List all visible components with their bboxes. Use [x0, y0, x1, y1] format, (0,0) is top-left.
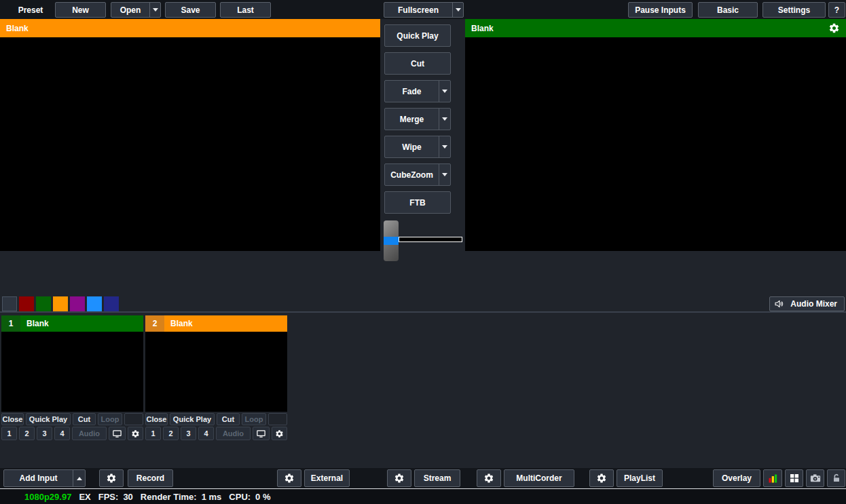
- audio-label: Audio: [223, 429, 244, 438]
- cut-label: Cut: [222, 415, 234, 423]
- input-1-fullscreen-output-button[interactable]: [109, 427, 126, 440]
- input-1-overlay-4-button[interactable]: 4: [54, 427, 70, 440]
- input-2-quickplay-button[interactable]: Quick Play: [170, 413, 215, 425]
- quick-play-label: Quick Play: [29, 415, 67, 423]
- cubezoom-dropdown-arrow[interactable]: [439, 164, 450, 185]
- input-1-overlay-3-button[interactable]: 3: [37, 427, 52, 440]
- input-2-overlay-1-button[interactable]: 1: [145, 427, 161, 440]
- input-1-header[interactable]: 1 Blank: [1, 315, 143, 332]
- transition-fade-label: Fade: [385, 81, 439, 102]
- quick-play-button[interactable]: Quick Play: [384, 24, 451, 47]
- fade-dropdown-arrow[interactable]: [439, 81, 450, 102]
- multicorder-settings-button[interactable]: [477, 469, 501, 487]
- last-preset-label: Last: [237, 5, 254, 15]
- tbar-position-stripe: [384, 237, 399, 245]
- performance-stats-button[interactable]: [763, 469, 782, 487]
- audio-mixer-button[interactable]: Audio Mixer: [769, 296, 845, 311]
- open-preset-button[interactable]: Open: [111, 2, 161, 18]
- input-2-cut-button[interactable]: Cut: [217, 413, 240, 425]
- chevron-up-icon: [77, 477, 82, 480]
- category-swatch-purple[interactable]: [70, 296, 85, 311]
- input-2-settings-button[interactable]: [272, 427, 287, 440]
- transition-merge-label: Merge: [385, 109, 439, 130]
- external-button[interactable]: External: [304, 469, 350, 487]
- category-swatch-green[interactable]: [36, 296, 51, 311]
- settings-button[interactable]: Settings: [762, 2, 826, 18]
- add-input-dropdown-arrow[interactable]: [73, 470, 85, 486]
- audio-label: Audio: [79, 429, 100, 438]
- input-2-overlay-3-button[interactable]: 3: [181, 427, 196, 440]
- input-1-loop-button[interactable]: Loop: [98, 413, 122, 425]
- program-header: Blank: [465, 19, 846, 37]
- pause-inputs-button[interactable]: Pause Inputs: [628, 2, 693, 18]
- wipe-dropdown-arrow[interactable]: [439, 136, 450, 157]
- preview-title: Blank: [6, 24, 29, 33]
- add-input-button[interactable]: Add Input: [3, 469, 86, 487]
- stream-settings-button[interactable]: [387, 469, 411, 487]
- top-toolbar: Preset New Open Save Last Fullscreen Pau…: [0, 0, 846, 19]
- cut-button[interactable]: Cut: [384, 52, 451, 75]
- input-1-close-button[interactable]: Close: [1, 413, 24, 425]
- external-label: External: [311, 473, 343, 483]
- record-button[interactable]: Record: [128, 469, 173, 487]
- transition-merge-button[interactable]: Merge: [384, 108, 451, 130]
- fullscreen-dropdown-arrow[interactable]: [452, 3, 463, 17]
- transition-cubezoom-label: CubeZoom: [385, 164, 439, 185]
- stream-button[interactable]: Stream: [414, 469, 460, 487]
- basic-mode-button[interactable]: Basic: [698, 2, 758, 18]
- input-1-overlay-1-button[interactable]: 1: [1, 427, 17, 440]
- ftb-button[interactable]: FTB: [384, 191, 451, 214]
- category-swatch-blue[interactable]: [87, 296, 102, 311]
- multiview-button[interactable]: [785, 469, 803, 487]
- new-preset-button[interactable]: New: [55, 2, 106, 18]
- gear-icon: [394, 473, 405, 484]
- input-1-cut-button[interactable]: Cut: [73, 413, 96, 425]
- settings-label: Settings: [778, 5, 810, 15]
- chevron-down-icon: [442, 173, 447, 176]
- transition-fade-button[interactable]: Fade: [384, 80, 451, 102]
- category-swatch-orange[interactable]: [53, 296, 68, 311]
- performance-bars-icon: [767, 473, 779, 484]
- transition-cubezoom-button[interactable]: CubeZoom: [384, 163, 451, 186]
- playlist-settings-button[interactable]: [589, 469, 614, 487]
- input-2-close-button[interactable]: Close: [145, 413, 168, 425]
- multicorder-button[interactable]: MultiCorder: [504, 469, 574, 487]
- input-1-thumbnail[interactable]: [1, 332, 143, 412]
- overlay-button[interactable]: Overlay: [713, 469, 760, 487]
- quick-play-label: Quick Play: [397, 31, 438, 41]
- playlist-button[interactable]: PlayList: [617, 469, 663, 487]
- category-swatch-navy[interactable]: [104, 296, 119, 311]
- input-2-fullscreen-output-button[interactable]: [253, 427, 270, 440]
- help-button[interactable]: ?: [828, 2, 845, 18]
- category-swatch-red[interactable]: [19, 296, 34, 311]
- input-2-header[interactable]: 2 Blank: [145, 315, 287, 332]
- snapshot-button[interactable]: [806, 469, 824, 487]
- last-preset-button[interactable]: Last: [220, 2, 271, 18]
- input-2-overlay-4-button[interactable]: 4: [198, 427, 214, 440]
- input-1-settings-button[interactable]: [128, 427, 143, 440]
- merge-dropdown-arrow[interactable]: [439, 109, 450, 130]
- input-2-thumbnail[interactable]: [145, 332, 287, 412]
- input-1-audio-button[interactable]: Audio: [72, 427, 107, 440]
- category-swatch-default[interactable]: [2, 296, 17, 311]
- open-dropdown-arrow[interactable]: [149, 3, 160, 17]
- tbar-track[interactable]: [399, 237, 462, 242]
- program-settings-button[interactable]: [828, 22, 840, 34]
- input-1-overlay-2-button[interactable]: 2: [19, 427, 35, 440]
- record-settings-button[interactable]: [99, 469, 124, 487]
- input-1-quickplay-button[interactable]: Quick Play: [26, 413, 71, 425]
- external-settings-button[interactable]: [277, 469, 301, 487]
- input-1-controls-row: Close Quick Play Cut Loop: [1, 413, 143, 425]
- lock-interface-button[interactable]: [827, 469, 845, 487]
- fullscreen-button[interactable]: Fullscreen: [384, 2, 464, 18]
- input-2-overlay-2-button[interactable]: 2: [163, 427, 179, 440]
- overlay-4-label: 4: [60, 429, 64, 438]
- new-preset-label: New: [72, 5, 89, 15]
- transition-wipe-button[interactable]: Wipe: [384, 136, 451, 158]
- input-2-audio-button[interactable]: Audio: [216, 427, 251, 440]
- overlay-2-label: 2: [24, 429, 29, 438]
- input-2-loop-button[interactable]: Loop: [242, 413, 266, 425]
- ex-label: EX: [79, 492, 90, 502]
- tbar-handle[interactable]: [384, 220, 399, 261]
- save-preset-button[interactable]: Save: [165, 2, 216, 18]
